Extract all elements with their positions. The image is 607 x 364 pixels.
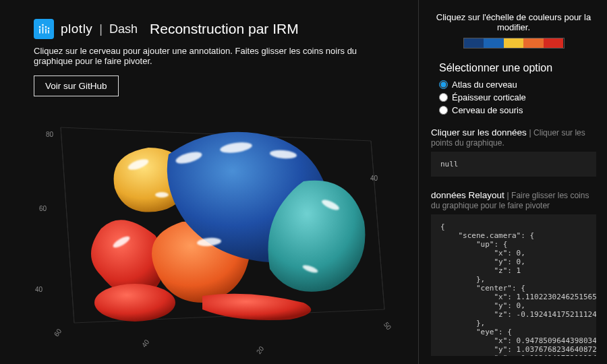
- brand-name: plotly: [61, 22, 92, 36]
- radio-atlas[interactable]: Atlas du cerveau: [439, 80, 517, 90]
- relayout-data-box: { "scene.camera": { "up": { "x": 0, "y":…: [431, 214, 596, 356]
- click-data-box: null: [431, 152, 596, 177]
- svg-point-7: [48, 28, 50, 30]
- relayout-title: données Relayout: [431, 190, 504, 200]
- github-button[interactable]: Voir sur GitHub: [34, 75, 119, 96]
- radio-input[interactable]: [439, 93, 448, 102]
- radio-label: Cerveau de souris: [452, 105, 523, 115]
- svg-point-1: [39, 26, 41, 28]
- svg-point-16: [155, 192, 169, 198]
- main-panel: plotly | Dash Reconstruction par IRM Cli…: [0, 0, 418, 364]
- radio-input[interactable]: [439, 80, 448, 89]
- page-title: Reconstruction par IRM: [150, 21, 299, 37]
- axis-tick: 40: [35, 286, 42, 293]
- radio-cortical[interactable]: Épaisseur corticale: [439, 92, 526, 102]
- radio-label: Atlas du cerveau: [452, 80, 517, 90]
- plotly-logo-icon: [34, 19, 54, 39]
- brand-product: Dash: [109, 22, 138, 36]
- instruction-text: Cliquez sur le cerveau pour ajouter une …: [34, 46, 398, 66]
- relayout-header: données Relayout | Faire glisser les coi…: [431, 190, 596, 210]
- axis-tick: 40: [370, 175, 378, 182]
- svg-point-3: [42, 24, 44, 26]
- click-data-title: Cliquer sur les données: [431, 127, 527, 138]
- brand-row: plotly | Dash Reconstruction par IRM: [34, 19, 398, 39]
- sidebar: Cliquez sur l'échelle de couleurs pour l…: [418, 0, 607, 364]
- colorscale-picker[interactable]: [463, 38, 565, 49]
- click-data-header: Cliquer sur les données | Cliquer sur le…: [431, 127, 596, 148]
- radio-mouse[interactable]: Cerveau de souris: [439, 105, 523, 115]
- brain-3d-plot[interactable]: 80 60 40 60 40 20 40 50: [34, 100, 398, 350]
- axis-tick: 60: [39, 205, 47, 212]
- axis-tick: 80: [46, 131, 53, 138]
- brain-render[interactable]: [34, 100, 398, 350]
- option-radios: Atlas du cerveau Épaisseur corticale Cer…: [439, 80, 596, 115]
- radio-input[interactable]: [439, 106, 448, 115]
- svg-point-5: [45, 26, 47, 28]
- radio-label: Épaisseur corticale: [452, 92, 526, 102]
- option-title: Sélectionner une option: [439, 62, 596, 74]
- svg-point-8: [94, 284, 175, 322]
- colorscale-label: Cliquez sur l'échelle de couleurs pour l…: [431, 12, 596, 32]
- brand-separator: |: [99, 22, 103, 36]
